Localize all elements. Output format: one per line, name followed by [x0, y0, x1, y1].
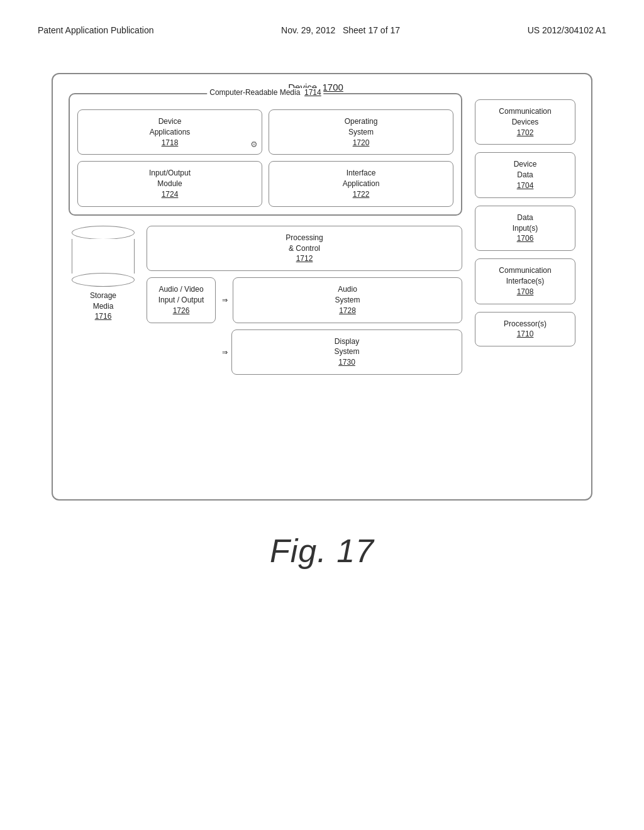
data-inputs-box: Data Input(s) 1706	[475, 206, 575, 251]
comm-interfaces-box: Communication Interface(s) 1708	[475, 258, 575, 304]
cylinder-mid	[72, 239, 135, 274]
crm-inner: Device Applications 1718 ⚙ Operating Sys…	[77, 109, 453, 207]
cylinder-bottom	[72, 273, 135, 287]
double-arrow-display: ⇒	[222, 347, 228, 357]
interface-app-box: Interface Application 1722	[269, 161, 453, 206]
header-center: Nov. 29, 2012 Sheet 17 of 17	[281, 25, 400, 35]
display-system-box: Display System 1730	[231, 329, 462, 375]
page-header: Patent Application Publication Nov. 29, …	[38, 25, 606, 35]
diagram-inner: Computer-Readable Media 1714 Device Appl…	[69, 93, 575, 484]
crm-label: Computer-Readable Media 1714	[207, 88, 323, 97]
mid-column: Processing & Control 1712 Audio / Video …	[147, 226, 462, 375]
operating-system-box: Operating System 1720	[269, 109, 453, 155]
storage-label: Storage Media 1716	[90, 290, 116, 322]
page: Patent Application Publication Nov. 29, …	[0, 0, 644, 830]
double-arrow-audio: ⇒	[222, 297, 228, 304]
audio-arrow-row: ⇒ Audio System 1728	[222, 277, 462, 323]
cylinder-top	[72, 226, 135, 240]
lower-left: Storage Media 1716 Processing & Control …	[69, 226, 462, 375]
right-section: Communication Devices 1702 Device Data 1…	[475, 93, 575, 484]
gear-icon: ⚙	[250, 139, 258, 150]
processors-box: Processor(s) 1710	[475, 312, 575, 347]
storage-cylinder: Storage Media 1716	[69, 226, 138, 322]
av-systems-col: ⇒ Audio System 1728	[222, 277, 462, 375]
crm-box: Computer-Readable Media 1714 Device Appl…	[69, 93, 462, 216]
comm-devices-box: Communication Devices 1702	[475, 99, 575, 145]
diagram-container: Device 1700 Computer-Readable Media 1714…	[52, 73, 592, 501]
device-apps-text: Device Applications 1718	[83, 116, 257, 148]
fig-caption: Fig. 17	[38, 532, 606, 570]
device-apps-box: Device Applications 1718 ⚙	[77, 109, 262, 155]
header-left: Patent Application Publication	[38, 25, 153, 35]
left-section: Computer-Readable Media 1714 Device Appl…	[69, 93, 462, 484]
cylinder-body	[72, 226, 135, 287]
processing-control-box: Processing & Control 1712	[147, 226, 462, 271]
av-io-box: Audio / Video Input / Output 1726	[147, 277, 216, 323]
header-right: US 2012/304102 A1	[528, 25, 606, 35]
io-module-box: Input/Output Module 1724	[77, 161, 262, 206]
audio-system-box: Audio System 1728	[233, 277, 462, 323]
audio-display-row: Audio / Video Input / Output 1726 ⇒	[147, 277, 462, 375]
device-data-box: Device Data 1704	[475, 152, 575, 197]
display-arrow-row: ⇒ Display System 1730	[222, 329, 462, 375]
